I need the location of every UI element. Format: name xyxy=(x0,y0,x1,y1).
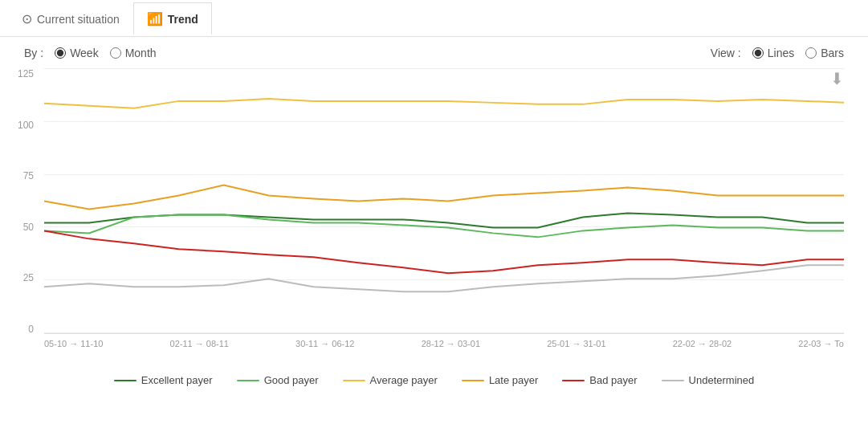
by-label: By : xyxy=(24,47,43,59)
view-lines-label: Lines xyxy=(768,47,794,59)
tab-trend-label: Trend xyxy=(168,13,198,26)
current-situation-icon: ⊙ xyxy=(22,11,32,26)
legend-bad-payer-label: Bad payer xyxy=(589,374,637,386)
y-axis: 0 25 50 75 100 125 xyxy=(0,69,40,334)
late-payer-line xyxy=(44,185,844,210)
legend-average-payer: Average payer xyxy=(343,374,438,386)
chart-container: ⬇ 0 25 50 75 100 125 xyxy=(0,69,868,366)
view-lines-option[interactable]: Lines xyxy=(752,47,794,59)
by-month-radio[interactable] xyxy=(110,47,121,59)
legend-excellent-payer-label: Excellent payer xyxy=(141,374,213,386)
by-month-option[interactable]: Month xyxy=(110,47,157,59)
view-lines-radio[interactable] xyxy=(752,47,764,59)
legend-excellent-payer-line xyxy=(114,380,137,381)
trend-icon: 📶 xyxy=(147,11,163,26)
x-label-2: 02-11 → 08-11 xyxy=(170,339,229,348)
legend-late-payer: Late payer xyxy=(462,374,538,386)
y-label-100: 100 xyxy=(0,120,34,130)
tab-trend[interactable]: 📶 Trend xyxy=(133,2,212,35)
legend-average-payer-label: Average payer xyxy=(370,374,438,386)
view-bars-label: Bars xyxy=(821,47,844,59)
view-group: View : Lines Bars xyxy=(711,47,844,59)
average-payer-line xyxy=(44,99,844,108)
y-label-50: 50 xyxy=(0,222,34,232)
x-label-5: 25-01 → 31-01 xyxy=(547,339,605,348)
by-week-radio[interactable] xyxy=(55,47,66,59)
legend-excellent-payer: Excellent payer xyxy=(114,374,213,386)
legend-bad-payer-line xyxy=(562,380,585,381)
legend-bad-payer: Bad payer xyxy=(562,374,637,386)
x-label-4: 28-12 → 03-01 xyxy=(422,339,480,348)
x-label-6: 22-02 → 28-02 xyxy=(673,339,731,348)
tab-current-situation[interactable]: ⊙ Current situation xyxy=(8,2,133,35)
legend-late-payer-line xyxy=(462,380,484,381)
tab-bar: ⊙ Current situation 📶 Trend xyxy=(0,0,868,37)
legend: Excellent payer Good payer Average payer… xyxy=(0,366,868,386)
x-label-7: 22-03 → To xyxy=(798,339,844,348)
y-label-25: 25 xyxy=(0,273,34,283)
legend-undetermined: Undetermined xyxy=(662,374,755,386)
y-label-75: 75 xyxy=(0,171,34,181)
by-week-option[interactable]: Week xyxy=(55,47,99,59)
legend-average-payer-line xyxy=(343,380,365,381)
undetermined-line xyxy=(44,265,844,291)
tab-current-situation-label: Current situation xyxy=(37,13,120,26)
legend-good-payer: Good payer xyxy=(237,374,319,386)
by-week-label: Week xyxy=(70,47,99,59)
good-payer-line xyxy=(44,214,844,237)
chart-controls: By : Week Month View : Lines Bars xyxy=(0,37,868,69)
y-label-0: 0 xyxy=(0,324,34,334)
by-group: By : Week Month xyxy=(24,47,157,59)
x-label-1: 05-10 → 11-10 xyxy=(44,339,103,348)
chart-svg xyxy=(44,69,844,333)
by-month-label: Month xyxy=(125,47,157,59)
legend-good-payer-line xyxy=(237,380,259,381)
view-label: View : xyxy=(711,47,741,59)
chart-area xyxy=(44,69,844,334)
legend-undetermined-line xyxy=(662,380,684,381)
legend-good-payer-label: Good payer xyxy=(264,374,319,386)
bad-payer-line xyxy=(44,230,844,273)
view-bars-option[interactable]: Bars xyxy=(805,47,844,59)
legend-undetermined-label: Undetermined xyxy=(689,374,755,386)
y-label-125: 125 xyxy=(0,69,34,79)
view-bars-radio[interactable] xyxy=(805,47,817,59)
legend-late-payer-label: Late payer xyxy=(489,374,538,386)
x-label-3: 30-11 → 06-12 xyxy=(295,339,354,348)
x-axis: 05-10 → 11-10 02-11 → 08-11 30-11 → 06-1… xyxy=(44,334,844,348)
